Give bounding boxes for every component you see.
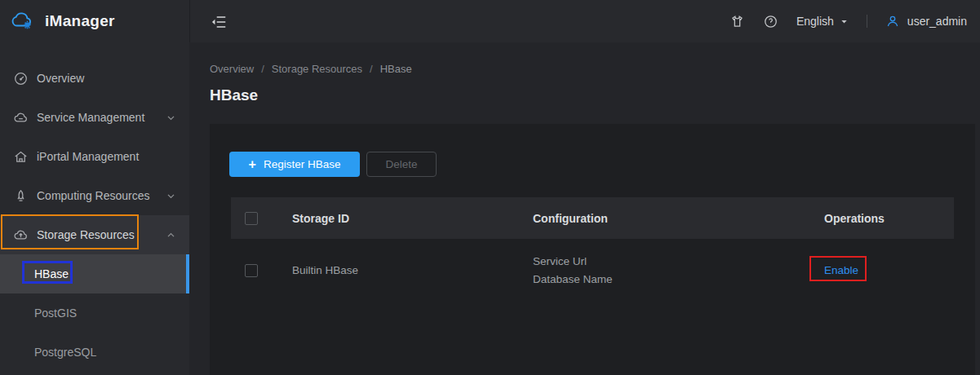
sidebar-item-storage-resources[interactable]: Storage Resources <box>0 215 189 254</box>
row-checkbox-cell <box>231 264 292 277</box>
help-icon[interactable] <box>763 14 778 29</box>
submenu-item-label: PostGIS <box>34 307 77 320</box>
table-row: Builtin HBase Service Url Database Name … <box>231 239 954 302</box>
sidebar-item-overview[interactable]: Overview <box>0 59 189 98</box>
language-selector[interactable]: English <box>796 15 849 28</box>
storage-table: Storage ID Configuration Operations Buil… <box>231 197 954 302</box>
row-checkbox[interactable] <box>245 264 258 277</box>
chevron-up-icon <box>166 230 176 240</box>
imanager-screen: iManager Overview Service Manage <box>0 0 980 375</box>
sidebar-item-label: iPortal Management <box>37 150 176 163</box>
register-hbase-label: Register HBase <box>264 158 341 170</box>
header-checkbox-cell <box>231 212 292 225</box>
topbar: English user_admin <box>189 0 980 42</box>
main-content: Overview / Storage Resources / HBase HBa… <box>189 42 980 375</box>
sidebar-item-label: Computing Resources <box>37 189 166 202</box>
table-header-row: Storage ID Configuration Operations <box>231 197 954 239</box>
enable-link[interactable]: Enable <box>824 264 858 276</box>
sidebar-item-service-management[interactable]: Service Management <box>0 98 189 137</box>
delete-button[interactable]: Delete <box>366 152 437 177</box>
plus-icon: + <box>249 158 256 171</box>
breadcrumb: Overview / Storage Resources / HBase <box>210 63 412 75</box>
register-hbase-button[interactable]: + Register HBase <box>229 152 360 177</box>
caret-down-icon <box>840 17 849 26</box>
column-header-storage-id: Storage ID <box>292 212 533 225</box>
column-header-configuration: Configuration <box>533 212 824 225</box>
storage-resources-submenu: HBase PostGIS PostgreSQL <box>0 254 189 372</box>
breadcrumb-hbase: HBase <box>380 63 412 75</box>
breadcrumb-overview[interactable]: Overview <box>210 63 254 75</box>
sidebar-menu: Overview Service Management <box>0 42 189 372</box>
active-item-indicator <box>186 254 189 293</box>
app-logo: iManager <box>0 0 189 42</box>
cloud-gear-logo-icon <box>11 11 37 32</box>
sidebar: iManager Overview Service Manage <box>0 0 189 375</box>
collapse-menu-icon[interactable] <box>210 13 228 29</box>
sidebar-item-iportal-management[interactable]: iPortal Management <box>0 137 189 176</box>
language-label: English <box>796 15 834 28</box>
select-all-checkbox[interactable] <box>245 212 258 225</box>
theme-skin-icon[interactable] <box>729 14 745 29</box>
page-title: HBase <box>210 86 258 104</box>
column-header-operations: Operations <box>824 212 954 225</box>
sidebar-item-label: Storage Resources <box>37 228 166 241</box>
rocket-icon <box>13 188 29 204</box>
content-card: + Register HBase Delete Storage ID Confi… <box>210 124 975 375</box>
sidebar-item-postgis[interactable]: PostGIS <box>0 293 189 333</box>
sidebar-item-hbase[interactable]: HBase <box>0 254 189 293</box>
cloud-service-icon <box>13 110 29 126</box>
app-title: iManager <box>45 12 115 30</box>
chevron-down-icon <box>166 112 176 123</box>
user-menu[interactable]: user_admin <box>885 14 969 29</box>
cloud-upload-icon <box>13 227 29 243</box>
sidebar-item-label: Service Management <box>37 111 166 124</box>
configuration-cell: Service Url Database Name <box>533 253 824 289</box>
topbar-divider <box>867 15 867 28</box>
operations-cell: Enable <box>824 264 954 276</box>
config-database-name: Database Name <box>533 271 824 289</box>
sidebar-item-computing-resources[interactable]: Computing Resources <box>0 176 189 215</box>
storage-id-cell: Builtin HBase <box>292 264 533 276</box>
chevron-down-icon <box>166 191 176 201</box>
breadcrumb-storage-resources[interactable]: Storage Resources <box>272 63 362 75</box>
gauge-icon <box>13 71 29 86</box>
breadcrumb-separator: / <box>370 63 373 75</box>
portal-home-icon <box>13 149 29 165</box>
submenu-item-label: HBase <box>34 267 69 280</box>
submenu-item-label: PostgreSQL <box>34 346 96 359</box>
breadcrumb-separator: / <box>261 63 264 75</box>
delete-label: Delete <box>385 158 417 170</box>
sidebar-item-label: Overview <box>37 72 176 85</box>
sidebar-item-postgresql[interactable]: PostgreSQL <box>0 333 189 372</box>
username-label: user_admin <box>907 15 967 28</box>
user-icon <box>885 14 900 29</box>
config-service-url: Service Url <box>533 253 824 271</box>
topbar-actions: English user_admin <box>729 14 969 29</box>
